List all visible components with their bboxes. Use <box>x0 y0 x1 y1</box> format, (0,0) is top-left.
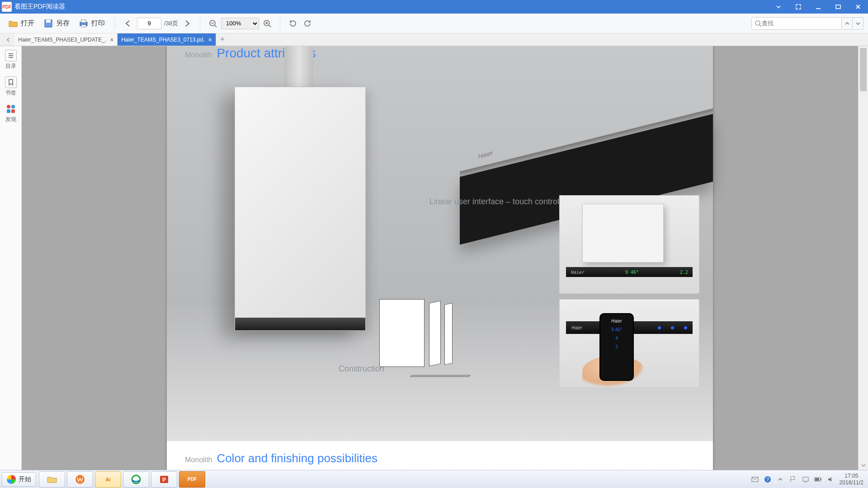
task-illustrator[interactable]: Ai <box>95 471 121 488</box>
search-icon <box>755 20 762 27</box>
task-browser[interactable] <box>123 471 149 488</box>
svg-rect-2 <box>46 20 51 23</box>
tray-mail-icon[interactable] <box>751 475 759 483</box>
brand-text: Haier <box>571 325 582 330</box>
product-boiler: Haier <box>235 87 366 331</box>
separator <box>115 18 115 29</box>
add-tab-icon[interactable]: + <box>216 33 229 46</box>
open-button[interactable]: 打开 <box>5 17 38 30</box>
phone-row: 4 <box>615 336 618 341</box>
label-construction: Construction <box>339 364 384 374</box>
collapse-tabs-icon[interactable] <box>2 33 14 46</box>
clock-time: 17:05 <box>840 473 863 479</box>
phone-row: 9 45° <box>611 327 622 332</box>
print-icon <box>79 19 89 28</box>
sidebar-label: 书签 <box>5 89 16 97</box>
sidebar: 目录 书签 发现 <box>0 46 22 470</box>
tray-flag-icon[interactable] <box>789 475 797 483</box>
rotate-ccw-icon[interactable] <box>287 17 299 30</box>
taskbar: 开始 Ai P PDF ? 17:05 2016/11/2 <box>0 470 868 488</box>
print-label: 打印 <box>91 19 105 28</box>
clock-date: 2016/11/2 <box>840 479 863 486</box>
svg-point-9 <box>7 105 10 108</box>
svg-text:P: P <box>162 477 166 483</box>
tray-clock[interactable]: 17:05 2016/11/2 <box>840 473 863 486</box>
search-prev-icon[interactable] <box>842 17 853 30</box>
page-input[interactable] <box>137 18 161 29</box>
panel-readout: 9 46° <box>625 270 639 275</box>
toolbar: 打开 另存 打印 /38页 100% <box>0 14 868 33</box>
start-button[interactable]: 开始 <box>2 472 36 487</box>
scroll-thumb[interactable] <box>860 48 867 91</box>
svg-rect-22 <box>821 479 821 480</box>
next-page-icon[interactable] <box>181 17 193 30</box>
sidebar-item-toc[interactable]: 目录 <box>5 50 17 70</box>
svg-rect-11 <box>7 109 10 113</box>
fullscreen-icon[interactable] <box>788 0 808 14</box>
search-next-icon[interactable] <box>853 17 863 30</box>
svg-rect-4 <box>81 20 86 23</box>
main-row: 目录 书签 发现 Monolith Product attributes Hai… <box>0 46 868 470</box>
minimize-icon[interactable] <box>808 0 828 14</box>
task-explorer[interactable] <box>39 471 65 488</box>
dropdown-icon[interactable] <box>769 0 788 14</box>
thumbnail-app-control: Haier Haier 9 45° 4 2 <box>559 299 699 388</box>
browser-icon <box>131 474 142 485</box>
svg-rect-5 <box>81 25 86 27</box>
zoom-in-icon[interactable] <box>261 17 274 30</box>
svg-rect-23 <box>815 478 819 481</box>
zoom-out-icon[interactable] <box>207 17 219 30</box>
window-controls <box>769 0 868 14</box>
tab-strip: Haier_TEAMS_PHASE3_UPDATE_. × Haier_TEAM… <box>0 33 868 46</box>
panel-readout: 2.2 <box>680 270 688 275</box>
windows-logo-icon <box>7 475 16 484</box>
zoom-select[interactable]: 100% <box>221 18 259 29</box>
close-icon[interactable] <box>848 0 868 14</box>
task-powerpoint[interactable]: P <box>151 471 177 488</box>
tab-close-icon[interactable]: × <box>208 37 212 43</box>
brand-text: Haier <box>571 270 584 275</box>
titlebar: PDF 看图王PDF阅读器 <box>0 0 868 14</box>
save-as-button[interactable]: 另存 <box>40 17 73 30</box>
save-as-label: 另存 <box>56 19 70 28</box>
svg-text:?: ? <box>766 477 769 482</box>
tray-volume-icon[interactable] <box>827 475 835 483</box>
task-pdf-reader[interactable]: PDF <box>179 471 205 488</box>
task-wps[interactable] <box>67 471 93 488</box>
brand-text: Haier <box>478 149 493 160</box>
product-chimney <box>284 46 313 88</box>
sidebar-label: 目录 <box>5 62 16 70</box>
page-nav: /38页 <box>122 17 193 30</box>
heading-prefix: Monolith <box>185 51 212 59</box>
tab-close-icon[interactable]: × <box>110 37 113 43</box>
separator <box>200 18 200 29</box>
phone-graphic: Haier 9 45° 4 2 <box>599 313 634 381</box>
tray-battery-icon[interactable] <box>814 475 822 483</box>
tray-help-icon[interactable]: ? <box>764 475 772 483</box>
open-label: 打开 <box>21 19 34 28</box>
tab-active[interactable]: Haier_TEAMS_PHASE3_0713.pd. × <box>118 33 216 46</box>
folder-icon <box>47 475 57 484</box>
tray-expand-icon[interactable] <box>776 475 784 483</box>
document-viewer[interactable]: Monolith Product attributes Haier Haier … <box>22 46 858 470</box>
next-page-heading: Monolith Color and finishing possibiliti… <box>185 451 377 465</box>
search-wrap <box>751 17 863 30</box>
svg-rect-0 <box>836 5 840 9</box>
search-input[interactable] <box>762 20 839 27</box>
heading-main: Color and finishing possibilities <box>217 451 377 465</box>
tab-inactive[interactable]: Haier_TEAMS_PHASE3_UPDATE_. × <box>14 33 118 46</box>
scroll-down-icon[interactable] <box>859 461 868 470</box>
tray-network-icon[interactable] <box>802 475 810 483</box>
vertical-scrollbar[interactable] <box>858 46 868 470</box>
search-box[interactable] <box>751 17 842 30</box>
folder-open-icon <box>8 19 18 28</box>
sidebar-item-bookmark[interactable]: 书签 <box>5 76 17 97</box>
print-button[interactable]: 打印 <box>75 17 108 30</box>
prev-page-icon[interactable] <box>122 17 134 30</box>
rotate-cw-icon[interactable] <box>301 17 314 30</box>
sidebar-item-discover[interactable]: 发现 <box>5 103 17 123</box>
tab-label: Haier_TEAMS_PHASE3_0713.pd. <box>121 37 204 43</box>
heading-prefix: Monolith <box>185 456 212 464</box>
page-total: /38页 <box>164 19 178 28</box>
maximize-icon[interactable] <box>828 0 848 14</box>
